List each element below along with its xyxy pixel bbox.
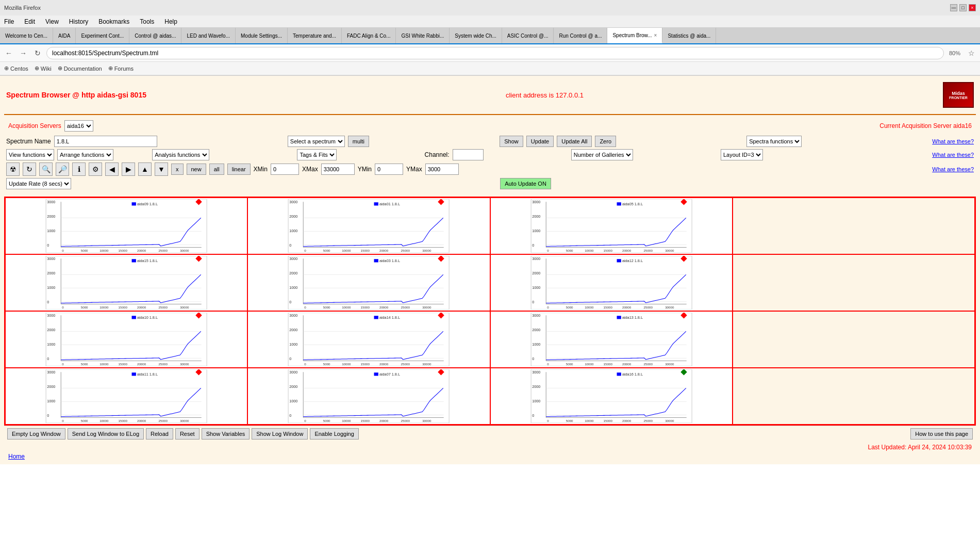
- settings-btn[interactable]: ⚙: [89, 162, 102, 176]
- empty-log-window-btn[interactable]: Empty Log Window: [7, 428, 65, 440]
- spectrum-cell-aida03[interactable]: 3000200010000050001000015000200002500030…: [247, 254, 490, 311]
- tab-run-control[interactable]: Run Control @ a...: [554, 28, 607, 43]
- reset-btn[interactable]: Reset: [175, 428, 200, 440]
- acq-server-select[interactable]: aida16: [64, 120, 93, 132]
- menu-bookmarks[interactable]: Bookmarks: [96, 17, 131, 26]
- back-button[interactable]: ←: [3, 47, 14, 59]
- zoom-in-btn[interactable]: 🔍: [39, 162, 53, 176]
- spectrum-cell-aida05[interactable]: 3000200010000050001000015000200002500030…: [490, 198, 733, 254]
- tab-fadc[interactable]: FADC Align & Co...: [342, 28, 396, 43]
- what-these-2[interactable]: What are these?: [932, 152, 974, 158]
- spectrum-cell-aida15[interactable]: 3000200010000050001000015000200002500030…: [5, 254, 247, 311]
- forward-button[interactable]: →: [18, 47, 29, 59]
- arrange-functions-select[interactable]: Arrange functions: [57, 149, 113, 160]
- spectrum-cell-empty1[interactable]: [733, 198, 975, 254]
- menu-file[interactable]: File: [2, 17, 16, 26]
- spectrum-cell-aida09[interactable]: 3000200010000050001000015000200002500030…: [5, 198, 247, 254]
- tags-fits-select[interactable]: Tags & Fits: [297, 149, 337, 160]
- layout-id-select[interactable]: Layout ID=3: [721, 149, 763, 160]
- tab-welcome[interactable]: Welcome to Cen...: [0, 28, 53, 43]
- spectrum-cell-aida10[interactable]: 3000200010000050001000015000200002500030…: [5, 311, 247, 368]
- tab-led[interactable]: LED and Wavefo...: [181, 28, 236, 43]
- radiation-icon-btn[interactable]: ☢: [6, 162, 20, 176]
- bookmark-forums[interactable]: ⊕ Forums: [108, 65, 134, 72]
- update-all-button[interactable]: Update All: [557, 136, 592, 147]
- select-spectrum-dropdown[interactable]: Select a spectrum: [288, 136, 345, 147]
- zero-button[interactable]: Zero: [595, 136, 616, 147]
- send-log-elog-btn[interactable]: Send Log Window to ELog: [68, 428, 144, 440]
- svg-text:15000: 15000: [603, 362, 612, 366]
- window-controls[interactable]: — □ ×: [950, 4, 976, 11]
- spectrum-cell-aida01[interactable]: 3000200010000050001000015000200002500030…: [247, 198, 490, 254]
- bookmark-centos[interactable]: ⊕ Centos: [4, 65, 28, 72]
- linear-button[interactable]: linear: [227, 164, 251, 175]
- reload-btn[interactable]: Reload: [146, 428, 173, 440]
- spectrum-cell-aida07[interactable]: 3000200010000050001000015000200002500030…: [247, 368, 490, 425]
- spectrum-cell-aida14[interactable]: 3000200010000050001000015000200002500030…: [247, 311, 490, 368]
- what-these-1[interactable]: What are these?: [932, 138, 974, 144]
- menu-tools[interactable]: Tools: [138, 17, 156, 26]
- tab-experiment[interactable]: Experiment Cont...: [76, 28, 129, 43]
- tab-aida[interactable]: AIDA: [53, 28, 76, 43]
- spectrum-cell-aida11[interactable]: 3000200010000050001000015000200002500030…: [5, 368, 247, 425]
- refresh-button[interactable]: ↻: [32, 47, 43, 59]
- multi-button[interactable]: multi: [348, 136, 369, 147]
- tab-asic[interactable]: ASIC Control @...: [502, 28, 554, 43]
- spectrum-cell-empty3[interactable]: [733, 311, 975, 368]
- view-functions-select[interactable]: View functions: [6, 149, 54, 160]
- close-btn[interactable]: ×: [969, 4, 976, 11]
- info-btn[interactable]: ℹ: [72, 162, 86, 176]
- tab-spectrum[interactable]: Spectrum Brow... ×: [607, 28, 662, 43]
- spectrum-cell-empty4[interactable]: [733, 368, 975, 425]
- tab-close-spectrum[interactable]: ×: [654, 32, 657, 38]
- xmin-input[interactable]: [271, 164, 299, 175]
- down-arrow-btn[interactable]: ▼: [155, 162, 168, 176]
- prev-btn[interactable]: ◀: [105, 162, 119, 176]
- spectrum-name-input[interactable]: [54, 136, 157, 147]
- analysis-functions-select[interactable]: Analysis functions: [152, 149, 209, 160]
- spectra-functions-select[interactable]: Spectra functions: [746, 136, 802, 147]
- x-button[interactable]: x: [171, 164, 184, 175]
- bookmark-documentation[interactable]: ⊕ Documentation: [58, 65, 102, 72]
- number-of-galleries-select[interactable]: Number of Galleries: [571, 149, 633, 160]
- show-log-window-btn[interactable]: Show Log Window: [252, 428, 308, 440]
- channel-input[interactable]: [453, 149, 484, 160]
- menu-edit[interactable]: Edit: [22, 17, 37, 26]
- minimize-btn[interactable]: —: [950, 4, 957, 11]
- tab-temperature[interactable]: Temperature and...: [288, 28, 342, 43]
- update-button[interactable]: Update: [526, 136, 554, 147]
- menu-help[interactable]: Help: [162, 17, 179, 26]
- show-variables-btn[interactable]: Show Variables: [202, 428, 250, 440]
- how-to-use-btn[interactable]: How to use this page: [910, 428, 973, 440]
- next-btn[interactable]: ▶: [122, 162, 135, 176]
- bookmark-star[interactable]: ☆: [966, 47, 977, 59]
- spectrum-cell-aida16[interactable]: 3000200010000050001000015000200002500030…: [490, 368, 733, 425]
- auto-update-btn[interactable]: Auto Update ON: [500, 178, 551, 189]
- tab-control-aidas[interactable]: Control @ aidas...: [129, 28, 181, 43]
- up-arrow-btn[interactable]: ▲: [138, 162, 152, 176]
- menu-history[interactable]: History: [67, 17, 90, 26]
- new-button[interactable]: new: [187, 164, 206, 175]
- spectrum-cell-empty2[interactable]: [733, 254, 975, 311]
- address-input[interactable]: [46, 47, 944, 59]
- zoom-out-btn[interactable]: 🔎: [56, 162, 69, 176]
- maximize-btn[interactable]: □: [959, 4, 967, 11]
- ymin-input[interactable]: [375, 164, 403, 175]
- what-these-3[interactable]: What are these?: [932, 166, 974, 172]
- all-button[interactable]: all: [209, 164, 224, 175]
- ymax-input[interactable]: [425, 164, 459, 175]
- spectrum-cell-aida13[interactable]: 3000200010000050001000015000200002500030…: [490, 311, 733, 368]
- enable-logging-btn[interactable]: Enable Logging: [310, 428, 358, 440]
- tab-statistics[interactable]: Statistics @ aida...: [662, 28, 716, 43]
- tab-system[interactable]: System wide Ch...: [450, 28, 502, 43]
- bookmark-wiki[interactable]: ⊕ Wiki: [35, 65, 52, 72]
- menu-view[interactable]: View: [43, 17, 61, 26]
- spectrum-cell-aida12[interactable]: 3000200010000050001000015000200002500030…: [490, 254, 733, 311]
- refresh-spectrum-btn[interactable]: ↻: [23, 162, 36, 176]
- tab-module[interactable]: Module Settings...: [236, 28, 288, 43]
- show-button[interactable]: Show: [500, 136, 523, 147]
- tab-gsi[interactable]: GSI White Rabbi...: [396, 28, 450, 43]
- xmax-input[interactable]: [321, 164, 355, 175]
- home-link[interactable]: Home: [4, 451, 29, 462]
- update-rate-select[interactable]: Update Rate (8 secs): [6, 178, 71, 189]
